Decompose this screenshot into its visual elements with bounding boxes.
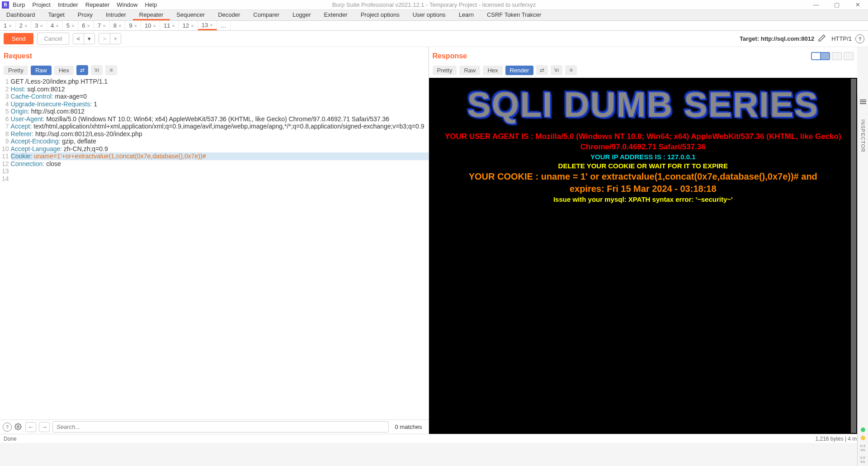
top-tab-user-options[interactable]: User options: [406, 10, 453, 20]
inspector-menu-icon[interactable]: [860, 100, 866, 104]
search-settings-icon[interactable]: [14, 423, 23, 431]
inspector-label[interactable]: INSPECTOR: [860, 119, 866, 152]
repeater-tab-11[interactable]: 11 ×: [160, 21, 179, 30]
close-icon[interactable]: ×: [191, 23, 193, 29]
minimize-button[interactable]: —: [806, 0, 826, 10]
menu-bar: BurpProjectIntruderRepeaterWindowHelp: [13, 1, 157, 8]
repeater-tab-8[interactable]: 8 ×: [110, 21, 126, 30]
search-input[interactable]: [52, 421, 389, 433]
menu-help[interactable]: Help: [145, 1, 157, 8]
request-editor[interactable]: 1 2 3 4 5 6 7 8 9 10 11 12 13 14 GET /Le…: [0, 78, 429, 419]
top-tab-intruder[interactable]: Intruder: [99, 10, 133, 20]
close-icon[interactable]: ×: [56, 23, 58, 29]
layout-option-3[interactable]: [844, 52, 854, 60]
top-tab-learn[interactable]: Learn: [453, 10, 481, 20]
layout-option-2[interactable]: [832, 52, 842, 60]
response-view-raw[interactable]: Raw: [459, 66, 480, 75]
close-icon[interactable]: ×: [134, 23, 137, 29]
repeater-tab-1[interactable]: 1 ×: [0, 21, 16, 30]
layout-split-toggle[interactable]: [811, 52, 830, 60]
menu-repeater[interactable]: Repeater: [85, 1, 109, 8]
close-icon[interactable]: ×: [153, 23, 156, 29]
top-tab-comparer[interactable]: Comparer: [247, 10, 286, 20]
close-icon[interactable]: ×: [71, 23, 74, 29]
search-next-button[interactable]: →: [39, 422, 50, 432]
top-tab-repeater[interactable]: Repeater: [133, 10, 170, 20]
window-title: Burp Suite Professional v2021.12.1 - Tem…: [332, 1, 536, 8]
repeater-tab-6[interactable]: 6 ×: [78, 21, 94, 30]
response-view-hex[interactable]: Hex: [483, 66, 502, 75]
request-header: Request: [0, 47, 429, 65]
repeater-tab-3[interactable]: 3 ×: [31, 21, 47, 30]
repeater-tab-4[interactable]: 4 ×: [47, 21, 63, 30]
response-view-pretty[interactable]: Pretty: [433, 66, 457, 75]
search-help-icon[interactable]: ?: [3, 423, 12, 432]
help-icon[interactable]: ?: [855, 34, 864, 43]
wrap-icon[interactable]: ⇄: [76, 65, 88, 75]
repeater-tab-10[interactable]: 10 ×: [141, 21, 160, 30]
request-view-raw[interactable]: Raw: [31, 66, 52, 75]
repeater-tab-12[interactable]: 12 ×: [179, 21, 198, 30]
menu-project[interactable]: Project: [32, 1, 50, 8]
status-bar: Done 1,216 bytes | 4 millis: [0, 434, 868, 443]
top-tab-extender[interactable]: Extender: [318, 10, 354, 20]
http-version[interactable]: HTTP/1: [831, 35, 852, 42]
top-tab-csrf-token-trakcer[interactable]: CSRF Token Trakcer: [481, 10, 548, 20]
request-view-pretty[interactable]: Pretty: [4, 66, 28, 75]
close-icon[interactable]: ×: [24, 23, 27, 29]
rate-indicators: 0.4k/s 0.0k/s: [860, 428, 865, 464]
newline-icon[interactable]: \n: [91, 65, 103, 75]
menu-window[interactable]: Window: [117, 1, 137, 8]
close-icon[interactable]: ×: [9, 23, 11, 29]
top-tab-sequencer[interactable]: Sequencer: [170, 10, 212, 20]
top-tab-logger[interactable]: Logger: [286, 10, 317, 20]
top-tab-proxy[interactable]: Proxy: [71, 10, 99, 20]
close-button[interactable]: ✕: [847, 0, 868, 10]
request-code[interactable]: GET /Less-20/index.php HTTP/1.1Host: sql…: [11, 78, 429, 419]
app-icon: B: [2, 1, 9, 9]
response-render[interactable]: SQLI DUMB SERIES YOUR USER AGENT IS : Mo…: [429, 78, 858, 434]
more-tabs[interactable]: …: [217, 21, 231, 30]
resp-hamburger-icon[interactable]: ≡: [565, 65, 577, 75]
search-prev-button[interactable]: ←: [25, 422, 36, 432]
repeater-tabs: 1 ×2 ×3 ×4 ×5 ×6 ×7 ×8 ×9 ×10 ×11 ×12 ×1…: [0, 21, 868, 31]
request-view-hex[interactable]: Hex: [54, 66, 74, 75]
close-icon[interactable]: ×: [172, 23, 175, 29]
edit-target-icon[interactable]: [818, 34, 826, 43]
repeater-tab-7[interactable]: 7 ×: [94, 21, 110, 30]
repeater-tab-2[interactable]: 2 ×: [16, 21, 32, 30]
menu-intruder[interactable]: Intruder: [58, 1, 78, 8]
response-view-render[interactable]: Render: [505, 66, 534, 75]
response-view-tabs: PrettyRawHexRender⇄\n≡: [429, 65, 858, 78]
resp-newline-icon[interactable]: \n: [551, 65, 562, 75]
close-icon[interactable]: ×: [103, 23, 105, 29]
top-tab-target[interactable]: Target: [42, 10, 71, 20]
title-bar: B BurpProjectIntruderRepeaterWindowHelp …: [0, 0, 868, 10]
close-icon[interactable]: ×: [40, 23, 43, 29]
repeater-tab-9[interactable]: 9 ×: [125, 21, 141, 30]
render-scrollbar[interactable]: [851, 79, 856, 433]
history-fwd-button[interactable]: >: [99, 33, 110, 44]
menu-burp[interactable]: Burp: [13, 1, 25, 8]
sqli-body: YOUR USER AGENT IS : Mozilla/5.0 (Window…: [429, 127, 858, 209]
repeater-tab-5[interactable]: 5 ×: [63, 21, 79, 30]
line-numbers: 1 2 3 4 5 6 7 8 9 10 11 12 13 14: [0, 78, 11, 419]
history-fwd-dropdown[interactable]: ▾: [110, 33, 121, 44]
top-tab-project-options[interactable]: Project options: [354, 10, 406, 20]
close-icon[interactable]: ×: [118, 23, 121, 29]
close-icon[interactable]: ×: [210, 22, 212, 28]
history-fwd-group: > ▾: [99, 33, 121, 44]
maximize-button[interactable]: ▢: [826, 0, 847, 10]
send-button[interactable]: Send: [4, 33, 33, 44]
close-icon[interactable]: ×: [87, 23, 90, 29]
resp-wrap-icon[interactable]: ⇄: [536, 65, 548, 75]
top-tab-decoder[interactable]: Decoder: [212, 10, 247, 20]
history-back-button[interactable]: <: [73, 33, 84, 44]
cancel-button[interactable]: Cancel: [37, 33, 69, 45]
repeater-tab-13[interactable]: 13 ×: [198, 21, 217, 30]
request-view-tabs: PrettyRawHex⇄\n≡: [0, 65, 429, 78]
search-bar: ? ← → 0 matches: [0, 419, 429, 434]
history-back-dropdown[interactable]: ▾: [84, 33, 94, 44]
top-tab-dashboard[interactable]: Dashboard: [0, 10, 42, 20]
hamburger-icon[interactable]: ≡: [105, 65, 117, 75]
